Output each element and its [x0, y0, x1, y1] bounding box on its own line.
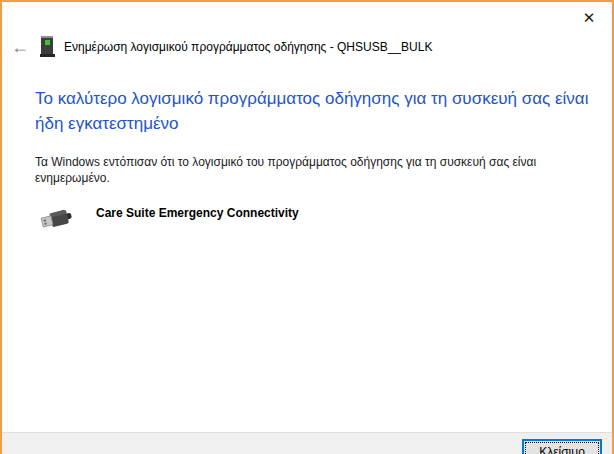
usb-plug-icon	[40, 205, 74, 235]
main-instruction: Το καλύτερο λογισμικό προγράμματος οδήγη…	[35, 86, 600, 136]
dialog-footer: Κλείσιμο	[2, 432, 612, 454]
device-driver-icon-base	[40, 54, 55, 57]
device-driver-icon	[40, 36, 55, 58]
dialog-header: ← Ενημέρωση λογισμικού προγράμματος οδήγ…	[11, 35, 432, 59]
status-message: Τα Windows εντόπισαν ότι το λογισμικό το…	[35, 155, 540, 186]
back-arrow-icon[interactable]: ←	[11, 38, 33, 56]
close-button-label: Κλείσιμο	[525, 442, 599, 454]
device-driver-icon-chip	[45, 40, 50, 45]
device-entry: Care Suite Emergency Connectivity	[40, 202, 299, 235]
titlebar: ✕	[2, 2, 612, 32]
device-driver-icon-body	[41, 36, 53, 54]
close-button[interactable]: Κλείσιμο	[522, 439, 602, 454]
dialog-title: Ενημέρωση λογισμικού προγράμματος οδήγησ…	[64, 40, 432, 54]
close-icon[interactable]: ✕	[570, 4, 608, 30]
update-driver-dialog: ✕ ← Ενημέρωση λογισμικού προγράμματος οδ…	[0, 0, 614, 454]
device-name: Care Suite Emergency Connectivity	[96, 206, 299, 220]
